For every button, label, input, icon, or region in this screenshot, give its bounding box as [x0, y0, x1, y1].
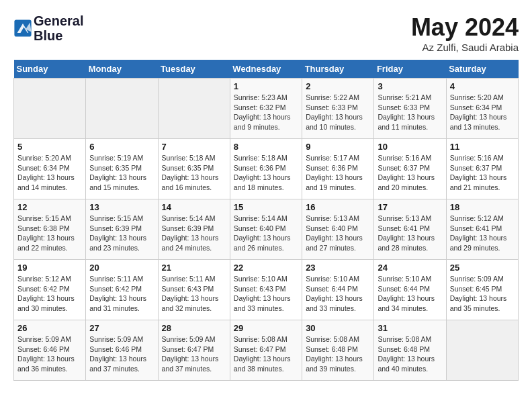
day-number: 22 — [234, 263, 298, 273]
calendar-cell: 7Sunrise: 5:18 AM Sunset: 6:35 PM Daylig… — [158, 139, 230, 199]
calendar-week-row: 5Sunrise: 5:20 AM Sunset: 6:34 PM Daylig… — [14, 139, 519, 199]
day-info: Sunrise: 5:17 AM Sunset: 6:36 PM Dayligh… — [306, 153, 370, 193]
title-block: May 2024 Az Zulfi, Saudi Arabia — [411, 13, 519, 53]
day-header-monday: Monday — [86, 60, 158, 79]
calendar-cell — [158, 79, 230, 139]
calendar-cell: 14Sunrise: 5:14 AM Sunset: 6:39 PM Dayli… — [158, 199, 230, 260]
day-number: 11 — [450, 142, 515, 152]
calendar-cell: 24Sunrise: 5:10 AM Sunset: 6:44 PM Dayli… — [374, 260, 446, 320]
calendar-cell: 17Sunrise: 5:13 AM Sunset: 6:41 PM Dayli… — [374, 199, 446, 260]
day-info: Sunrise: 5:12 AM Sunset: 6:42 PM Dayligh… — [17, 274, 82, 314]
calendar-week-row: 12Sunrise: 5:15 AM Sunset: 6:38 PM Dayli… — [14, 199, 519, 260]
day-header-sunday: Sunday — [14, 60, 86, 79]
day-number: 28 — [162, 323, 226, 333]
calendar-cell: 31Sunrise: 5:08 AM Sunset: 6:48 PM Dayli… — [374, 320, 446, 381]
calendar-cell — [86, 79, 158, 139]
day-info: Sunrise: 5:09 AM Sunset: 6:45 PM Dayligh… — [450, 274, 515, 314]
calendar-cell: 4Sunrise: 5:20 AM Sunset: 6:34 PM Daylig… — [446, 79, 518, 139]
calendar-cell: 21Sunrise: 5:11 AM Sunset: 6:43 PM Dayli… — [158, 260, 230, 320]
calendar-cell: 15Sunrise: 5:14 AM Sunset: 6:40 PM Dayli… — [230, 199, 302, 260]
day-info: Sunrise: 5:21 AM Sunset: 6:33 PM Dayligh… — [378, 93, 442, 132]
day-number: 26 — [17, 323, 82, 333]
day-info: Sunrise: 5:09 AM Sunset: 6:46 PM Dayligh… — [89, 334, 154, 374]
calendar-cell: 18Sunrise: 5:12 AM Sunset: 6:41 PM Dayli… — [446, 199, 518, 260]
calendar-cell: 30Sunrise: 5:08 AM Sunset: 6:48 PM Dayli… — [302, 320, 374, 381]
day-number: 15 — [234, 202, 298, 212]
day-info: Sunrise: 5:16 AM Sunset: 6:37 PM Dayligh… — [378, 153, 442, 193]
day-number: 27 — [89, 323, 154, 333]
day-info: Sunrise: 5:23 AM Sunset: 6:32 PM Dayligh… — [234, 93, 298, 132]
day-info: Sunrise: 5:12 AM Sunset: 6:41 PM Dayligh… — [450, 214, 515, 253]
day-info: Sunrise: 5:16 AM Sunset: 6:37 PM Dayligh… — [450, 153, 515, 193]
logo-text: General Blue — [34, 13, 83, 43]
day-info: Sunrise: 5:11 AM Sunset: 6:43 PM Dayligh… — [162, 274, 226, 314]
calendar-cell: 23Sunrise: 5:10 AM Sunset: 6:44 PM Dayli… — [302, 260, 374, 320]
day-info: Sunrise: 5:09 AM Sunset: 6:47 PM Dayligh… — [162, 334, 226, 374]
calendar-cell: 28Sunrise: 5:09 AM Sunset: 6:47 PM Dayli… — [158, 320, 230, 381]
calendar-cell: 9Sunrise: 5:17 AM Sunset: 6:36 PM Daylig… — [302, 139, 374, 199]
day-header-thursday: Thursday — [302, 60, 374, 79]
day-number: 8 — [234, 142, 298, 152]
day-number: 3 — [378, 81, 442, 91]
calendar-cell: 10Sunrise: 5:16 AM Sunset: 6:37 PM Dayli… — [374, 139, 446, 199]
day-number: 12 — [17, 202, 82, 212]
day-info: Sunrise: 5:10 AM Sunset: 6:44 PM Dayligh… — [306, 274, 370, 314]
calendar-cell: 2Sunrise: 5:22 AM Sunset: 6:33 PM Daylig… — [302, 79, 374, 139]
day-number: 2 — [306, 81, 370, 91]
day-number: 24 — [378, 263, 442, 273]
day-info: Sunrise: 5:19 AM Sunset: 6:35 PM Dayligh… — [89, 153, 154, 193]
day-number: 6 — [89, 142, 154, 152]
day-info: Sunrise: 5:08 AM Sunset: 6:48 PM Dayligh… — [378, 334, 442, 374]
calendar-table: SundayMondayTuesdayWednesdayThursdayFrid… — [13, 60, 519, 381]
day-info: Sunrise: 5:18 AM Sunset: 6:36 PM Dayligh… — [234, 153, 298, 193]
day-info: Sunrise: 5:08 AM Sunset: 6:48 PM Dayligh… — [306, 334, 370, 374]
day-number: 23 — [306, 263, 370, 273]
calendar-cell: 22Sunrise: 5:10 AM Sunset: 6:43 PM Dayli… — [230, 260, 302, 320]
day-info: Sunrise: 5:14 AM Sunset: 6:39 PM Dayligh… — [162, 214, 226, 253]
day-info: Sunrise: 5:08 AM Sunset: 6:47 PM Dayligh… — [234, 334, 298, 374]
day-info: Sunrise: 5:10 AM Sunset: 6:44 PM Dayligh… — [378, 274, 442, 314]
day-header-wednesday: Wednesday — [230, 60, 302, 79]
day-header-tuesday: Tuesday — [158, 60, 230, 79]
day-number: 21 — [162, 263, 226, 273]
logo-icon — [13, 19, 32, 38]
calendar-header-row: SundayMondayTuesdayWednesdayThursdayFrid… — [14, 60, 519, 79]
calendar-cell: 6Sunrise: 5:19 AM Sunset: 6:35 PM Daylig… — [86, 139, 158, 199]
calendar-cell: 26Sunrise: 5:09 AM Sunset: 6:46 PM Dayli… — [14, 320, 86, 381]
calendar-cell: 5Sunrise: 5:20 AM Sunset: 6:34 PM Daylig… — [14, 139, 86, 199]
calendar-cell: 25Sunrise: 5:09 AM Sunset: 6:45 PM Dayli… — [446, 260, 518, 320]
calendar-cell: 16Sunrise: 5:13 AM Sunset: 6:40 PM Dayli… — [302, 199, 374, 260]
logo: General Blue — [13, 13, 83, 43]
day-number: 1 — [234, 81, 298, 91]
day-number: 4 — [450, 81, 515, 91]
day-info: Sunrise: 5:20 AM Sunset: 6:34 PM Dayligh… — [17, 153, 82, 193]
day-info: Sunrise: 5:10 AM Sunset: 6:43 PM Dayligh… — [234, 274, 298, 314]
day-info: Sunrise: 5:13 AM Sunset: 6:40 PM Dayligh… — [306, 214, 370, 253]
day-number: 31 — [378, 323, 442, 333]
day-number: 14 — [162, 202, 226, 212]
day-info: Sunrise: 5:15 AM Sunset: 6:39 PM Dayligh… — [89, 214, 154, 253]
calendar-cell: 29Sunrise: 5:08 AM Sunset: 6:47 PM Dayli… — [230, 320, 302, 381]
day-number: 25 — [450, 263, 515, 273]
day-number: 7 — [162, 142, 226, 152]
day-number: 19 — [17, 263, 82, 273]
calendar-cell: 8Sunrise: 5:18 AM Sunset: 6:36 PM Daylig… — [230, 139, 302, 199]
day-info: Sunrise: 5:22 AM Sunset: 6:33 PM Dayligh… — [306, 93, 370, 132]
day-header-friday: Friday — [374, 60, 446, 79]
day-number: 5 — [17, 142, 82, 152]
day-number: 16 — [306, 202, 370, 212]
day-number: 9 — [306, 142, 370, 152]
day-info: Sunrise: 5:20 AM Sunset: 6:34 PM Dayligh… — [450, 93, 515, 132]
calendar-cell: 13Sunrise: 5:15 AM Sunset: 6:39 PM Dayli… — [86, 199, 158, 260]
day-header-saturday: Saturday — [446, 60, 518, 79]
day-info: Sunrise: 5:18 AM Sunset: 6:35 PM Dayligh… — [162, 153, 226, 193]
day-info: Sunrise: 5:15 AM Sunset: 6:38 PM Dayligh… — [17, 214, 82, 253]
day-number: 18 — [450, 202, 515, 212]
day-number: 13 — [89, 202, 154, 212]
calendar-week-row: 1Sunrise: 5:23 AM Sunset: 6:32 PM Daylig… — [14, 79, 519, 139]
page-header: General Blue May 2024 Az Zulfi, Saudi Ar… — [13, 13, 519, 53]
calendar-cell: 11Sunrise: 5:16 AM Sunset: 6:37 PM Dayli… — [446, 139, 518, 199]
day-info: Sunrise: 5:09 AM Sunset: 6:46 PM Dayligh… — [17, 334, 82, 374]
calendar-week-row: 26Sunrise: 5:09 AM Sunset: 6:46 PM Dayli… — [14, 320, 519, 381]
calendar-cell: 20Sunrise: 5:11 AM Sunset: 6:42 PM Dayli… — [86, 260, 158, 320]
